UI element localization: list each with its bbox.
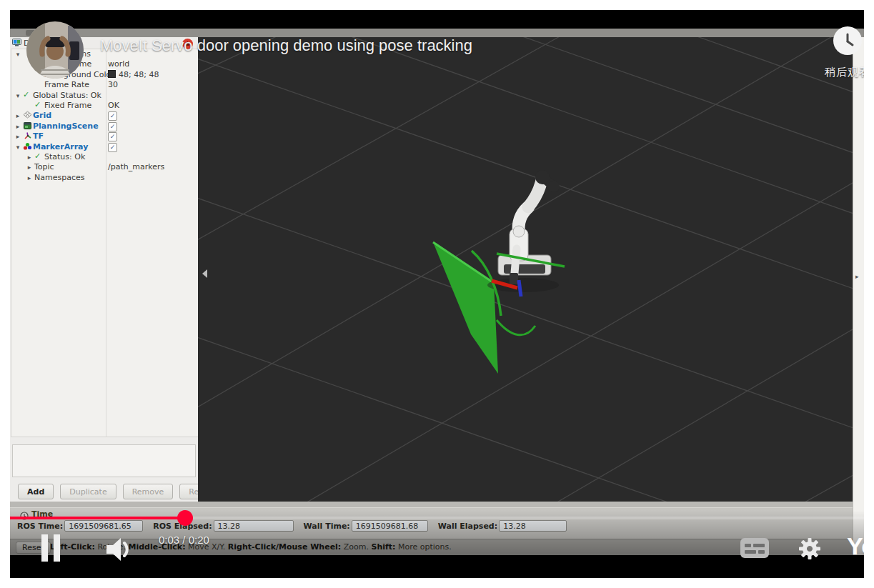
letterbox-bottom [10,555,864,578]
duplicate-button: Duplicate [60,484,116,499]
tree-label-planning-scene: PlanningScene [33,121,99,131]
tree-row-global-status[interactable]: ▾✓Global Status: Ok [11,91,198,101]
time-field-label: ROS Time: [17,522,63,531]
check-icon: ✓ [23,91,33,99]
time-fields-row: ROS Time:1691509681.65ROS Elapsed:13.28W… [17,520,567,532]
expander-icon[interactable]: ▸ [24,152,34,162]
time-field: ROS Time:1691509681.65 [17,520,143,532]
tree-row-frame-rate[interactable]: Frame Rate30 [11,80,198,90]
door-marker [433,242,498,374]
tree-label-grid: Grid [33,111,51,120]
tree-row-marker-array[interactable]: ▾MarkerArray✓ [11,142,198,152]
time-field-label: Wall Time: [304,522,350,531]
volume-button[interactable] [104,534,136,564]
pause-icon [41,534,48,562]
value-fixed-frame: world [108,59,129,69]
tree-row-topic[interactable]: ▸Topic/path_markers [11,162,198,172]
settings-button[interactable] [798,537,821,560]
robot-arm [498,170,560,284]
tree-row-fixed-frame-status[interactable]: ✓Fixed FrameOK [11,101,198,111]
clock-icon [833,26,862,55]
check-icon: ✓ [34,101,44,109]
add-button[interactable]: Add [18,484,54,499]
enable-checkbox-marker-array[interactable]: ✓ [108,142,117,152]
value-topic: /path_markers [108,162,164,172]
property-help-area [12,444,196,477]
subtitles-button[interactable] [740,537,770,559]
checkbox-icon: ✓ [108,111,117,121]
expander-icon[interactable]: ▾ [13,142,23,152]
check-icon: ✓ [34,152,44,161]
time-field-value[interactable]: 1691509681.65 [64,520,143,532]
time-field-value[interactable]: 1691509681.68 [352,520,428,532]
expander-icon[interactable]: ▾ [13,49,23,59]
time-field: ROS Elapsed:13.28 [153,520,293,532]
tree-label-tf: TF [33,131,44,141]
tree-row-namespaces[interactable]: ▸Namespaces [11,173,198,183]
watch-later-button[interactable] [833,26,862,55]
panel-collapse-left-icon [202,269,207,278]
panel-collapse-right-icon: ▸ [855,273,859,280]
time-field-value[interactable]: 13.28 [214,520,294,532]
subtitles-icon [740,537,770,559]
icon-slot [34,80,44,89]
expander-icon[interactable]: ▸ [13,121,23,131]
expander-icon[interactable]: ▸ [13,131,23,141]
grid-icon [23,111,33,119]
rviz-window: Displays ▾Global OptionsFixed Frameworld… [10,29,864,555]
value-frame-rate: 30 [108,80,118,90]
expander-icon[interactable]: ▸ [24,173,34,183]
tree-label-fixed-frame-status: Fixed Frame [44,101,91,110]
tree-label-global-status: Global Status: Ok [33,91,101,100]
right-collapsed-panel[interactable]: ▸ [853,37,864,555]
tree-row-tf[interactable]: ▸TF✓ [11,131,198,141]
checkbox-icon: ✓ [108,122,117,131]
time-display: 0:03 / 0:20 [159,534,209,546]
volume-icon [104,534,136,564]
settings-gear-icon [798,537,821,560]
watch-later-label: 稍后观看 [825,66,864,79]
tree-label-topic: Topic [34,162,54,171]
letterbox-top [10,10,864,29]
progress-bar-fill [10,517,185,519]
value-fixed-frame-status: OK [108,101,119,111]
expander-icon[interactable]: ▸ [24,162,34,172]
youtube-logo[interactable]: Yo [847,532,864,560]
expander-icon[interactable]: ▾ [13,91,23,101]
progress-scrubber[interactable] [177,510,193,526]
status-bar: Reset Left-Click: Rotate. Middle-Click: … [10,539,864,555]
channel-avatar[interactable] [26,21,84,79]
viewport-scene [198,37,853,502]
tree-label-marker-status: Status: Ok [44,152,85,161]
3d-viewport[interactable] [198,37,853,502]
displays-panel-icon [12,39,21,49]
tf-icon [23,131,33,140]
color-swatch [108,70,116,78]
page: Displays ▾Global OptionsFixed Frameworld… [0,0,874,588]
expander-icon[interactable]: ▸ [13,111,23,121]
enable-checkbox-grid[interactable]: ✓ [108,111,117,121]
time-field-label: Wall Elapsed: [438,522,497,531]
video-title[interactable]: MoveIt Servo door opening demo using pos… [100,36,472,55]
tree-row-marker-status[interactable]: ▸✓Status: Ok [11,152,198,162]
remove-button: Remove [123,484,174,499]
enable-checkbox-tf[interactable]: ✓ [108,131,117,141]
time-field: Wall Time:1691509681.68 [304,520,428,532]
enable-checkbox-planning-scene[interactable]: ✓ [108,121,117,131]
video-player[interactable]: Displays ▾Global OptionsFixed Frameworld… [10,10,864,578]
pause-button[interactable] [41,534,61,562]
tree-row-planning-scene[interactable]: ▸PlanningScene✓ [11,121,198,131]
tree-label-frame-rate: Frame Rate [44,80,89,89]
displays-tree: ▾Global OptionsFixed FrameworldBackgroun… [11,49,199,437]
checkbox-icon: ✓ [108,143,117,152]
scene-icon [23,121,33,130]
value-background-color: 48; 48; 48 [108,70,159,80]
tree-label-namespaces: Namespaces [34,173,84,182]
time-field-value[interactable]: 13.28 [499,520,567,532]
tree-label-marker-array: MarkerArray [33,142,88,151]
displays-panel: Displays ▾Global OptionsFixed Frameworld… [10,37,199,507]
markers-icon [23,142,33,151]
time-field: Wall Elapsed:13.28 [438,520,567,532]
checkbox-icon: ✓ [108,132,117,141]
tree-row-grid[interactable]: ▸Grid✓ [11,111,198,121]
